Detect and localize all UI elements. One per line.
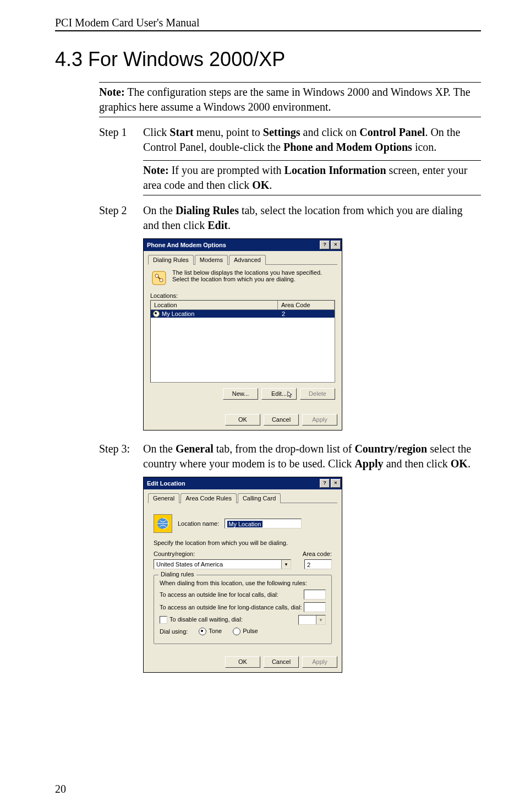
text-bold: OK xyxy=(252,179,269,191)
country-area-inputs: United States of America ▼ 2 xyxy=(154,559,332,569)
tab-modems[interactable]: Modems xyxy=(195,255,228,265)
text-bold: Apply xyxy=(354,457,383,470)
ok-button[interactable]: OK xyxy=(225,656,260,668)
svg-point-2 xyxy=(160,279,163,282)
close-button[interactable]: × xyxy=(331,479,341,488)
close-button[interactable]: × xyxy=(331,241,341,249)
step-1: Step 1 Click Start menu, point to Settin… xyxy=(99,125,481,155)
new-button[interactable]: New... xyxy=(223,388,258,400)
page: PCI Modem Card User's Manual 4.3 For Win… xyxy=(0,0,525,812)
step-2: Step 2 On the Dialing Rules tab, select … xyxy=(99,203,481,233)
tab-strip: General Area Code Rules Calling Card xyxy=(148,493,337,503)
location-row-selected[interactable]: My Location 2 xyxy=(151,310,335,318)
svg-point-1 xyxy=(155,274,158,277)
text: and then click xyxy=(384,457,451,470)
text: If you are prompted with xyxy=(169,164,285,176)
dialog-bottom-buttons: OK Cancel Apply xyxy=(144,411,342,430)
step-3: Step 3: On the General tab, from the dro… xyxy=(99,442,481,471)
text: On the xyxy=(143,204,176,216)
delete-button[interactable]: Delete xyxy=(300,388,335,400)
ok-button[interactable]: OK xyxy=(225,414,260,426)
country-area-labels: Country/region: Area code: xyxy=(154,551,332,557)
rule-disable-cw-checkbox-wrap[interactable]: To disable call waiting, dial: xyxy=(160,616,243,624)
page-number: 20 xyxy=(55,783,66,795)
locations-label: Locations: xyxy=(150,292,335,299)
text-bold: OK xyxy=(451,457,468,470)
dialog-edit-location-wrap: Edit Location ? × General Area Code Rule… xyxy=(143,477,481,673)
location-name-row: Location name: My Location xyxy=(154,514,332,533)
rule-disable-cw-row: To disable call waiting, dial: ▼ xyxy=(160,615,326,625)
section-heading: 4.3 For Windows 2000/XP xyxy=(55,48,481,71)
step-3-body: On the General tab, from the drop-down l… xyxy=(143,442,481,471)
info-text: The list below displays the locations yo… xyxy=(172,269,335,282)
locations-listbox[interactable]: Location Area Code My Location 2 xyxy=(150,300,335,383)
pulse-radio-wrap[interactable]: Pulse xyxy=(233,628,258,635)
country-combo[interactable]: United States of America ▼ xyxy=(154,559,291,569)
tab-area-code-rules[interactable]: Area Code Rules xyxy=(181,493,237,503)
tab-strip: Dialing Rules Modems Advanced xyxy=(148,254,337,265)
info-row: The list below displays the locations yo… xyxy=(150,269,335,287)
text-bold: Dialing Rules xyxy=(176,204,239,216)
location-icon xyxy=(154,514,172,533)
step-2-label: Step 2 xyxy=(99,203,143,233)
edit-button[interactable]: Edit... xyxy=(261,388,297,400)
row-location-text: My Location xyxy=(162,310,194,317)
edit-button-label: Edit... xyxy=(271,389,287,399)
cancel-button[interactable]: Cancel xyxy=(264,656,299,668)
running-header: PCI Modem Card User's Manual xyxy=(55,17,481,31)
location-name-input[interactable]: My Location xyxy=(225,519,302,528)
cancel-button[interactable]: Cancel xyxy=(264,414,299,426)
dialog-titlebar[interactable]: Edit Location ? × xyxy=(144,477,342,489)
note-block-1: Note: The configuration steps are the sa… xyxy=(99,82,481,117)
text-bold: Phone and Modem Options xyxy=(283,141,412,153)
tone-radio-wrap[interactable]: Tone xyxy=(199,628,222,635)
text-bold: Control Panel xyxy=(359,126,425,138)
help-button[interactable]: ? xyxy=(320,479,330,488)
general-panel: Location name: My Location Specify the l… xyxy=(148,508,337,648)
dialog-titlebar[interactable]: Phone And Modem Options ? × xyxy=(144,239,342,251)
step-1-body: Click Start menu, point to Settings and … xyxy=(143,125,481,155)
dial-using-row: Dial using: Tone Pulse xyxy=(160,628,326,635)
row-area-code: 2 xyxy=(278,310,335,318)
rule-local-input[interactable] xyxy=(304,590,326,600)
help-button[interactable]: ? xyxy=(320,241,330,249)
text: . xyxy=(228,219,231,231)
note-text: The configuration steps are the same in … xyxy=(99,86,471,113)
step-1-label: Step 1 xyxy=(99,125,143,155)
disable-cw-combo[interactable]: ▼ xyxy=(298,615,326,625)
tone-radio[interactable] xyxy=(199,628,206,635)
rule-long-label: To access an outside line for long-dista… xyxy=(160,604,302,611)
col-location[interactable]: Location xyxy=(151,301,278,309)
country-label: Country/region: xyxy=(154,551,195,557)
location-name-value: My Location xyxy=(227,521,262,527)
location-name-label: Location name: xyxy=(178,520,219,527)
chevron-down-icon: ▼ xyxy=(316,615,325,624)
tab-general[interactable]: General xyxy=(148,493,179,503)
dialog-title-text: Phone And Modem Options xyxy=(147,242,226,248)
note-label: Note: xyxy=(99,86,125,98)
dial-using-label: Dial using: xyxy=(160,628,188,635)
tab-dialing-rules[interactable]: Dialing Rules xyxy=(148,255,194,265)
tab-advanced[interactable]: Advanced xyxy=(229,255,266,265)
text: tab, from the drop-down list of xyxy=(214,443,355,455)
pulse-label: Pulse xyxy=(243,628,258,634)
tone-label: Tone xyxy=(209,628,222,634)
chevron-down-icon[interactable]: ▼ xyxy=(281,560,291,569)
tab-calling-card[interactable]: Calling Card xyxy=(238,493,281,503)
pulse-radio[interactable] xyxy=(233,628,240,635)
dialog-body: Dialing Rules Modems Advanced The list b… xyxy=(144,251,342,411)
area-code-input[interactable]: 2 xyxy=(304,559,332,569)
dialog-phone-modem-wrap: Phone And Modem Options ? × Dialing Rule… xyxy=(143,238,481,430)
country-value: United States of America xyxy=(154,560,281,569)
rule-long-row: To access an outside line for long-dista… xyxy=(160,602,326,612)
rule-local-row: To access an outside line for local call… xyxy=(160,590,326,600)
rule-long-input[interactable] xyxy=(304,602,326,612)
titlebar-buttons: ? × xyxy=(320,241,341,249)
apply-button[interactable]: Apply xyxy=(302,414,337,426)
text: and click on xyxy=(300,126,360,138)
apply-button[interactable]: Apply xyxy=(302,656,337,668)
disable-cw-checkbox[interactable] xyxy=(160,616,167,624)
cursor-icon xyxy=(287,391,293,399)
col-area-code[interactable]: Area Code xyxy=(278,301,335,309)
text: icon. xyxy=(412,141,436,153)
